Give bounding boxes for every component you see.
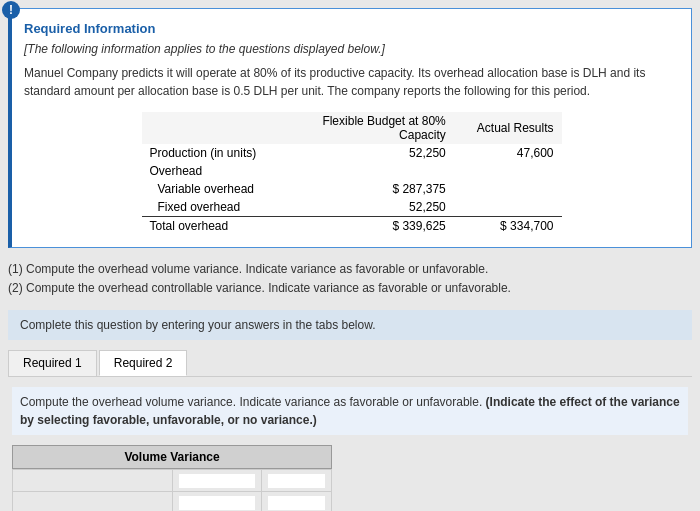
volume-table-wrapper: Volume Variance Volume variance bbox=[12, 445, 688, 511]
data-table: Flexible Budget at 80% Capacity Actual R… bbox=[142, 112, 562, 235]
row2-value[interactable] bbox=[172, 492, 262, 511]
row1-type-input[interactable] bbox=[268, 474, 325, 488]
question-2: (2) Compute the overhead controllable va… bbox=[8, 279, 692, 298]
row1-value[interactable] bbox=[172, 470, 262, 492]
tabs-container: Required 1 Required 2 bbox=[8, 350, 692, 377]
row1-type[interactable] bbox=[262, 470, 332, 492]
table-row: Production (in units) 52,250 47,600 bbox=[142, 144, 562, 162]
col-actual-header: Actual Results bbox=[454, 112, 562, 144]
alert-icon: ! bbox=[2, 1, 20, 19]
required-info-title: Required Information bbox=[24, 21, 679, 36]
table-row: Overhead bbox=[142, 162, 562, 180]
row2-label bbox=[13, 492, 173, 511]
row1-input[interactable] bbox=[179, 474, 256, 488]
complete-section: Complete this question by entering your … bbox=[8, 310, 692, 340]
tab-instruction: Compute the overhead volume variance. In… bbox=[12, 387, 688, 435]
table-row bbox=[13, 470, 332, 492]
tab-required2[interactable]: Required 2 bbox=[99, 350, 188, 376]
row2-input[interactable] bbox=[179, 496, 256, 510]
table-row: Variable overhead $ 287,375 bbox=[142, 180, 562, 198]
tab-content: Compute the overhead volume variance. In… bbox=[8, 387, 692, 511]
table-row-total: Total overhead $ 339,625 $ 334,700 bbox=[142, 217, 562, 236]
tab-required1[interactable]: Required 1 bbox=[8, 350, 97, 376]
volume-table: Volume variance bbox=[12, 469, 332, 511]
description-text: Manuel Company predicts it will operate … bbox=[24, 64, 679, 100]
table-row: Fixed overhead 52,250 bbox=[142, 198, 562, 217]
info-panel: ! Required Information [The following in… bbox=[8, 8, 692, 248]
table-row bbox=[13, 492, 332, 511]
row2-type-input[interactable] bbox=[268, 496, 325, 510]
row1-label bbox=[13, 470, 173, 492]
row2-type[interactable] bbox=[262, 492, 332, 511]
question-1: (1) Compute the overhead volume variance… bbox=[8, 260, 692, 279]
volume-table-header: Volume Variance bbox=[12, 445, 332, 469]
instruction-normal: Compute the overhead volume variance. In… bbox=[20, 395, 486, 409]
questions-section: (1) Compute the overhead volume variance… bbox=[8, 260, 692, 298]
col-flexible-header: Flexible Budget at 80% Capacity bbox=[314, 112, 454, 144]
italic-note: [The following information applies to th… bbox=[24, 42, 679, 56]
